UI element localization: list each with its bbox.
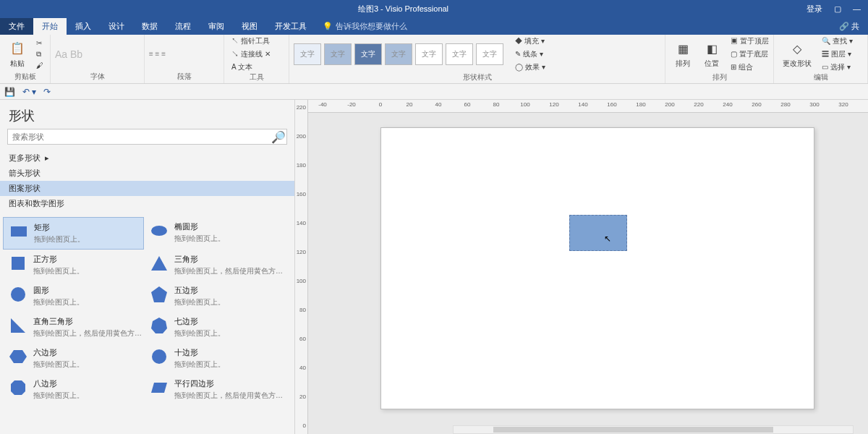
shape-glyph-icon bbox=[9, 347, 27, 366]
group-styles: 形状样式 bbox=[294, 72, 660, 82]
shape-glyph-icon bbox=[150, 347, 169, 366]
shape-hint: 拖到绘图页上。 bbox=[34, 234, 85, 244]
shape-item[interactable]: 直角三角形 拖到绘图页上，然后使用黄色方形… bbox=[3, 312, 144, 343]
undo-icon[interactable]: ↶ ▾ bbox=[22, 87, 36, 97]
fill-dropdown[interactable]: ◆ 填充 ▾ bbox=[512, 35, 548, 47]
login-link[interactable]: 登录 bbox=[807, 4, 822, 14]
style-4[interactable]: 文字 bbox=[385, 43, 412, 65]
canvas[interactable]: ↖ bbox=[308, 113, 868, 434]
change-shape-button[interactable]: ◇更改形状 bbox=[778, 38, 816, 70]
group-clipboard: 剪贴板 bbox=[4, 72, 46, 82]
shape-hint: 拖到绘图页上，然后使用黄色方形… bbox=[174, 391, 283, 401]
horizontal-scrollbar[interactable] bbox=[453, 425, 854, 434]
select-button[interactable]: ▭ 选择 ▾ bbox=[819, 61, 856, 73]
ribbon: 📋 粘贴 ✂ ⧉ 🖌 剪贴板 Aa Bb 字体 ≡ ≡ ≡ 段落 ↖ 指针工具 … bbox=[0, 35, 868, 84]
more-shapes[interactable]: 更多形状 ▸ bbox=[0, 150, 294, 166]
tab-0[interactable]: 开始 bbox=[33, 18, 67, 35]
shape-hint: 拖到绘图页上。 bbox=[174, 234, 225, 244]
shape-glyph-icon bbox=[9, 316, 27, 335]
stencil-item[interactable]: 图案形状 bbox=[0, 181, 294, 196]
style-6[interactable]: 文字 bbox=[446, 43, 473, 65]
shape-hint: 拖到绘图页上。 bbox=[174, 328, 225, 339]
tab-2[interactable]: 设计 bbox=[100, 18, 133, 35]
group-font: 字体 bbox=[55, 72, 140, 82]
position-button[interactable]: ◧位置 bbox=[699, 38, 725, 70]
shape-hint: 拖到绘图页上。 bbox=[174, 359, 225, 370]
paste-button[interactable]: 📋 粘贴 bbox=[4, 38, 30, 70]
shape-name: 矩形 bbox=[34, 222, 85, 233]
svg-point-4 bbox=[11, 287, 25, 302]
pointer-tool[interactable]: ↖ 指针工具 bbox=[229, 35, 273, 47]
send-back[interactable]: ▢ 置于底层 bbox=[728, 48, 772, 60]
shape-item[interactable]: 六边形 拖到绘图页上。 bbox=[3, 343, 144, 374]
search-input[interactable] bbox=[8, 129, 271, 144]
tab-5[interactable]: 审阅 bbox=[200, 18, 233, 35]
shape-item[interactable]: 三角形 拖到绘图页上，然后使用黄色方形… bbox=[144, 250, 285, 281]
lightbulb-icon: 💡 bbox=[323, 22, 333, 31]
group-arrange: 排列 bbox=[670, 72, 769, 82]
tab-6[interactable]: 视图 bbox=[233, 18, 266, 35]
group-btn[interactable]: ⊞ 组合 bbox=[728, 61, 772, 73]
effects-dropdown[interactable]: ◯ 效果 ▾ bbox=[512, 61, 548, 73]
find-button[interactable]: 🔍 查找 ▾ bbox=[819, 35, 856, 47]
search-icon[interactable]: 🔎 bbox=[271, 129, 286, 144]
tab-3[interactable]: 数据 bbox=[133, 18, 166, 35]
shape-name: 平行四边形 bbox=[174, 378, 283, 389]
group-edit: 编辑 bbox=[778, 72, 863, 82]
shape-hint: 拖到绘图页上，然后使用黄色方形… bbox=[33, 328, 142, 339]
text-tool[interactable]: A 文本 bbox=[229, 61, 273, 73]
shape-name: 八边形 bbox=[33, 378, 84, 389]
shape-item[interactable]: 圆形 拖到绘图页上。 bbox=[3, 281, 144, 312]
style-3[interactable]: 文字 bbox=[354, 43, 382, 65]
shape-hint: 拖到绘图页上。 bbox=[33, 297, 84, 307]
svg-marker-11 bbox=[151, 383, 167, 393]
stencil-item[interactable]: 箭头形状 bbox=[0, 166, 294, 181]
format-painter-icon[interactable]: 🖌 bbox=[33, 61, 46, 70]
group-tools: 工具 bbox=[229, 72, 284, 82]
shape-item[interactable]: 矩形 拖到绘图页上。 bbox=[3, 217, 144, 250]
style-gallery[interactable]: 文字 文字 文字 文字 文字 文字 文字 bbox=[294, 43, 503, 65]
horizontal-ruler: -40-200204060801001201401601802002202402… bbox=[308, 100, 868, 113]
connector-tool[interactable]: ↘ 连接线 ✕ bbox=[229, 48, 273, 60]
tab-file[interactable]: 文件 bbox=[0, 18, 33, 35]
shape-item[interactable]: 五边形 拖到绘图页上。 bbox=[144, 281, 285, 312]
stencil-item[interactable]: 图表和数学图形 bbox=[0, 196, 294, 211]
style-1[interactable]: 文字 bbox=[294, 43, 321, 65]
line-dropdown[interactable]: ✎ 线条 ▾ bbox=[512, 48, 548, 60]
minimize-icon[interactable]: — bbox=[853, 4, 861, 13]
share-button[interactable]: 🔗 共 bbox=[830, 18, 868, 35]
rectangle-shape[interactable] bbox=[569, 215, 627, 251]
redo-icon[interactable]: ↷ bbox=[43, 87, 51, 97]
shape-item[interactable]: 十边形 拖到绘图页上。 bbox=[144, 343, 285, 374]
shapes-search[interactable]: 🔎 bbox=[7, 129, 287, 145]
tell-me[interactable]: 💡 告诉我你想要做什么 bbox=[315, 18, 414, 35]
svg-marker-6 bbox=[11, 318, 25, 333]
group-paragraph: 段落 bbox=[149, 72, 219, 82]
shape-glyph-icon bbox=[150, 316, 169, 335]
tab-4[interactable]: 流程 bbox=[166, 18, 200, 35]
shape-item[interactable]: 七边形 拖到绘图页上。 bbox=[144, 312, 285, 343]
style-5[interactable]: 文字 bbox=[415, 43, 443, 65]
shape-icon: ◇ bbox=[788, 40, 806, 57]
arrange-button[interactable]: ▦排列 bbox=[670, 38, 696, 70]
shape-item[interactable]: 正方形 拖到绘图页上。 bbox=[3, 250, 144, 281]
copy-icon[interactable]: ⧉ bbox=[33, 49, 46, 59]
shape-name: 三角形 bbox=[174, 254, 283, 265]
shapes-pane: 形状 🔎 更多形状 ▸ 箭头形状图案形状图表和数学图形 矩形 拖到绘图页上。 椭… bbox=[0, 100, 295, 434]
bring-front[interactable]: ▣ 置于顶层 bbox=[728, 35, 772, 47]
layers-button[interactable]: ☰ 图层 ▾ bbox=[819, 48, 856, 60]
save-icon[interactable]: 💾 bbox=[4, 87, 15, 97]
tab-1[interactable]: 插入 bbox=[67, 18, 100, 35]
shape-item[interactable]: 八边形 拖到绘图页上。 bbox=[3, 374, 144, 405]
shape-item[interactable]: 椭圆形 拖到绘图页上。 bbox=[144, 217, 285, 250]
tab-7[interactable]: 开发工具 bbox=[266, 18, 315, 35]
style-2[interactable]: 文字 bbox=[324, 43, 352, 65]
drawing-page[interactable]: ↖ bbox=[380, 127, 814, 409]
cut-icon[interactable]: ✂ bbox=[33, 38, 46, 48]
shape-glyph-icon bbox=[9, 378, 27, 397]
ribbon-options-icon[interactable]: ▢ bbox=[834, 4, 841, 14]
shape-name: 直角三角形 bbox=[33, 316, 142, 327]
shape-name: 七边形 bbox=[174, 316, 225, 327]
style-7[interactable]: 文字 bbox=[476, 43, 503, 65]
shape-item[interactable]: 平行四边形 拖到绘图页上，然后使用黄色方形… bbox=[144, 374, 285, 405]
